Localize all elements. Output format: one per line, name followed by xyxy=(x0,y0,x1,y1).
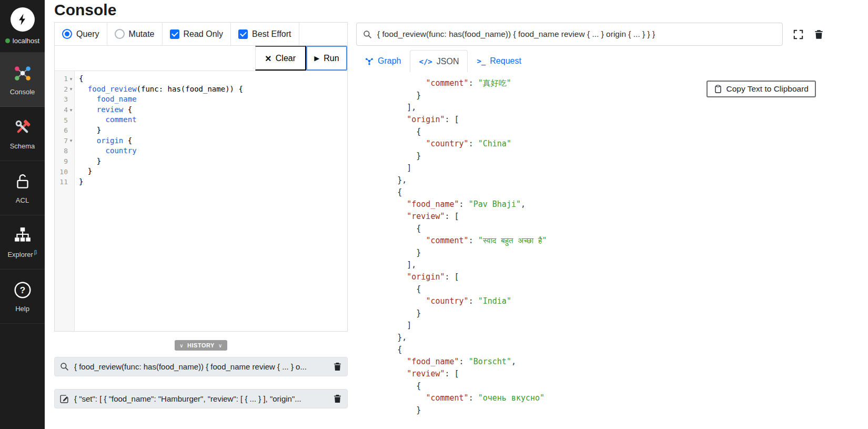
gutter-line[interactable]: 4▾ xyxy=(55,105,74,115)
history-toggle[interactable]: ∨ HISTORY ∨ xyxy=(175,340,227,351)
gutter-line: 5 xyxy=(55,115,74,125)
json-line: "food_name": "Borscht", xyxy=(369,356,824,368)
page-title: Console xyxy=(54,1,868,19)
search-icon xyxy=(60,362,69,371)
json-line: } xyxy=(369,247,824,259)
result-query-bar: { food_review(func: has(food_name)) { fo… xyxy=(356,23,824,46)
copy-to-clipboard-button[interactable]: Copy Text to Clipboard xyxy=(706,81,816,97)
json-line: { xyxy=(369,126,824,138)
json-output[interactable]: "comment": "真好吃" } ], "origin": [ { "cou… xyxy=(369,77,824,416)
fold-arrow-icon[interactable]: ▾ xyxy=(68,76,74,82)
tab-json[interactable]: </> JSON xyxy=(410,50,468,72)
trash-icon xyxy=(333,362,342,371)
sidebar-item-console[interactable]: Console xyxy=(0,53,45,107)
fullscreen-icon xyxy=(793,29,803,39)
gutter-line: 3 xyxy=(55,94,74,105)
code-line[interactable]: food_name xyxy=(79,94,347,105)
schema-tools-icon xyxy=(13,118,32,137)
query-editor: 1▾2▾34▾567▾891011 { food_review(func: ha… xyxy=(55,71,347,331)
play-icon: ▶ xyxy=(314,54,319,62)
delete-history-button[interactable] xyxy=(333,362,342,371)
unlock-icon xyxy=(13,172,32,191)
code-line[interactable]: } xyxy=(79,125,347,136)
editor-code[interactable]: { food_review(func: has(food_name)) { fo… xyxy=(75,71,347,331)
json-line: "origin": [ xyxy=(369,114,824,126)
editor-gutter[interactable]: 1▾2▾34▾567▾891011 xyxy=(55,71,75,331)
code-line[interactable]: } xyxy=(79,156,347,167)
code-line[interactable]: { xyxy=(79,74,347,84)
graph-icon xyxy=(365,57,374,65)
gutter-line: 9 xyxy=(55,156,74,167)
best-effort-checkbox[interactable]: Best Effort xyxy=(231,23,299,45)
history-item-mutation[interactable]: { "set": [ { "food_name": "Hamburger", "… xyxy=(54,389,348,408)
sidebar-item-label: Console xyxy=(10,88,35,96)
delete-history-button[interactable] xyxy=(333,394,342,403)
history-item-query[interactable]: { food_review(func: has(food_name)) { fo… xyxy=(54,357,348,376)
gutter-line[interactable]: 1▾ xyxy=(55,74,74,84)
json-line: ], xyxy=(369,259,824,271)
clear-button[interactable]: × Clear xyxy=(255,46,306,71)
fold-arrow-icon[interactable]: ▾ xyxy=(68,138,74,143)
json-line: } xyxy=(369,150,824,162)
code-line[interactable]: comment xyxy=(79,115,347,125)
json-line: { xyxy=(369,223,824,235)
code-line[interactable]: } xyxy=(79,177,347,187)
json-line: "origin": [ xyxy=(369,271,824,283)
console-graph-icon xyxy=(13,64,32,83)
code-line[interactable]: food_review(func: has(food_name)) { xyxy=(79,84,347,95)
tab-graph[interactable]: Graph xyxy=(356,50,410,72)
query-summary-text: { food_review(func: has(food_name)) { fo… xyxy=(377,29,655,39)
dgraph-logo xyxy=(11,7,35,32)
history-item-text: { "set": [ { "food_name": "Hamburger", "… xyxy=(74,394,328,403)
trash-icon xyxy=(814,29,824,39)
query-mode-radio[interactable]: Query xyxy=(55,23,107,45)
gutter-line: 11 xyxy=(55,177,74,187)
run-button[interactable]: ▶ Run xyxy=(306,46,347,71)
trash-icon xyxy=(333,394,342,403)
fullscreen-button[interactable] xyxy=(793,29,803,39)
json-result-area: Copy Text to Clipboard "comment": "真好吃" … xyxy=(356,72,824,416)
read-only-checkbox[interactable]: Read Only xyxy=(163,23,231,45)
chevron-down-icon: ∨ xyxy=(179,343,184,348)
sidebar-item-label: Explorerβ xyxy=(7,250,37,258)
sidebar-item-explorer[interactable]: Explorerβ xyxy=(0,215,45,270)
tab-request[interactable]: >_ Request xyxy=(468,50,530,72)
json-line: }, xyxy=(369,174,824,186)
results-column: { food_review(func: has(food_name)) { fo… xyxy=(356,22,824,416)
mutate-mode-radio[interactable]: Mutate xyxy=(107,23,163,45)
checkbox-checked-icon xyxy=(238,29,248,39)
gutter-line: 8 xyxy=(55,146,74,156)
host-label: localhost xyxy=(13,37,39,45)
json-line: }, xyxy=(369,332,824,344)
explorer-sitemap-icon xyxy=(13,225,32,244)
json-line: { xyxy=(369,186,824,198)
code-line[interactable]: country xyxy=(79,146,347,156)
delete-result-button[interactable] xyxy=(814,29,824,39)
gutter-line: 6 xyxy=(55,125,74,136)
executed-query-summary[interactable]: { food_review(func: has(food_name)) { fo… xyxy=(356,23,783,46)
clear-x-icon: × xyxy=(265,53,271,64)
sidebar-item-label: ACL xyxy=(16,196,29,204)
help-icon: ? xyxy=(13,281,32,300)
sidebar-item-schema[interactable]: Schema xyxy=(0,107,45,161)
gutter-line[interactable]: 7▾ xyxy=(55,136,74,146)
gutter-line[interactable]: 2▾ xyxy=(55,84,74,95)
code-line[interactable]: origin { xyxy=(79,136,347,146)
terminal-icon: >_ xyxy=(477,57,486,65)
clipboard-icon xyxy=(714,85,722,93)
svg-text:?: ? xyxy=(19,285,25,295)
beta-badge: β xyxy=(34,250,37,255)
sidebar-item-label: Help xyxy=(15,305,29,313)
code-line[interactable]: review { xyxy=(79,105,347,115)
code-line[interactable]: } xyxy=(79,166,347,177)
code-icon: </> xyxy=(419,57,432,66)
fold-arrow-icon[interactable]: ▾ xyxy=(68,86,74,92)
json-line: { xyxy=(369,380,824,392)
json-line: "comment": "स्वाद बहुत अच्छा है" xyxy=(369,235,824,247)
connection-status-dot xyxy=(5,38,10,43)
json-line: "comment": "очень вкусно" xyxy=(369,392,824,404)
sidebar-item-acl[interactable]: ACL xyxy=(0,161,45,215)
fold-arrow-icon[interactable]: ▾ xyxy=(68,107,74,113)
sidebar-item-help[interactable]: ? Help xyxy=(0,270,45,324)
server-connection[interactable]: localhost xyxy=(0,0,45,53)
